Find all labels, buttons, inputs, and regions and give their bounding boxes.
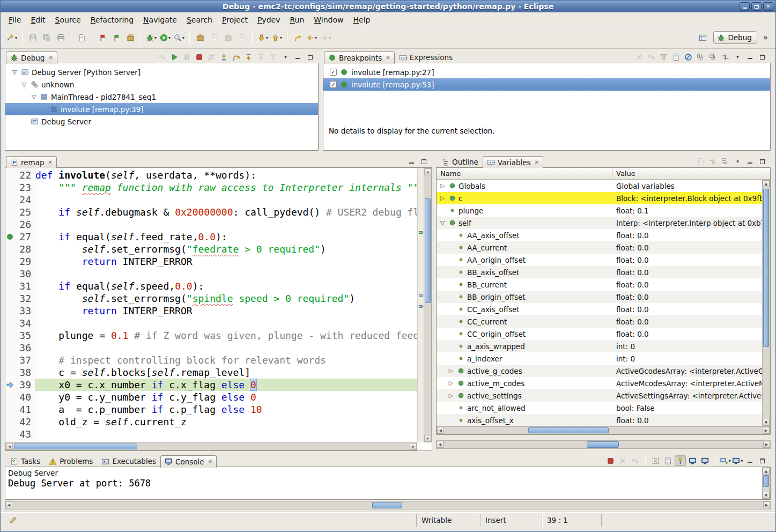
show-logical-structure-button[interactable] xyxy=(707,156,719,167)
suspend-button[interactable] xyxy=(181,51,193,62)
remove-all-launches-button[interactable] xyxy=(630,455,641,466)
profile-button[interactable] xyxy=(109,31,123,45)
code-area[interactable]: def involute(self, userdata, **words): "… xyxy=(35,168,417,442)
disconnect-button[interactable] xyxy=(206,51,217,62)
code-line[interactable]: if equal(self.feed_rate,0.0): xyxy=(35,231,417,243)
variable-row[interactable]: ▷active_settingsActiveSettingsArray: <in… xyxy=(437,389,770,402)
dropdown-arrow-icon[interactable]: ▾ xyxy=(329,35,331,40)
view-menu-button[interactable]: ▾ xyxy=(280,51,291,62)
code-line[interactable]: """ remap function with raw access to In… xyxy=(35,181,417,194)
menu-pydev[interactable]: Pydev xyxy=(253,14,285,26)
code-line[interactable] xyxy=(35,428,417,440)
menu-window[interactable]: Window xyxy=(309,14,348,26)
variable-row[interactable]: axis_offset_xfloat: 0.0 xyxy=(437,414,770,426)
expander-icon[interactable]: ▷ xyxy=(447,367,455,374)
open-type-button[interactable] xyxy=(235,31,249,45)
menu-source[interactable]: Source xyxy=(50,14,86,26)
tab-outline[interactable]: Outline xyxy=(437,156,483,168)
console-output-area[interactable]: Debug Server Debug Server at port: 5678 … xyxy=(5,467,771,500)
scroll-up-icon[interactable]: ▲ xyxy=(763,180,770,187)
overview-mark[interactable] xyxy=(419,231,423,234)
scroll-right-icon[interactable]: ▶ xyxy=(763,441,770,448)
open-perspective-button[interactable] xyxy=(696,31,710,45)
variable-row[interactable]: ▷GlobalsGlobal variables xyxy=(437,180,770,192)
new-source-folder-button[interactable] xyxy=(207,31,221,45)
variable-row[interactable]: a_indexerint: 0 xyxy=(437,352,770,365)
code-line[interactable]: y0 = c.y_number if c.y_flag else 0 xyxy=(35,391,417,403)
column-value[interactable]: Value xyxy=(612,168,770,179)
variable-row[interactable]: AA_axis_offsetfloat: 0.0 xyxy=(437,229,770,241)
new-project-button[interactable] xyxy=(221,31,235,45)
maximize-view-button[interactable] xyxy=(418,156,430,167)
variable-row[interactable]: AA_origin_offsetfloat: 0.0 xyxy=(437,254,770,266)
coverage-button[interactable] xyxy=(123,31,137,45)
scroll-right-icon[interactable]: ▶ xyxy=(763,427,770,434)
variable-row[interactable]: arc_not_allowedbool: False xyxy=(437,402,770,414)
expander-icon[interactable]: ▽ xyxy=(11,69,18,76)
previous-annotation-button[interactable]: ▾ xyxy=(270,31,284,45)
code-line[interactable]: self.set_errormsg("spindle speed > 0 req… xyxy=(35,292,417,305)
code-line[interactable]: old_z = self.current_z xyxy=(35,416,417,428)
new-pydev-module-button[interactable] xyxy=(75,31,88,45)
expander-icon[interactable]: ▷ xyxy=(439,182,446,189)
scroll-right-icon[interactable]: ▶ xyxy=(763,501,770,508)
debug-tree-item[interactable]: Debug Server xyxy=(5,115,318,128)
tab-tasks[interactable]: Tasks xyxy=(6,455,45,467)
toolbar-overflow-chevron[interactable]: » xyxy=(761,33,770,42)
run-last-launched-button[interactable] xyxy=(95,31,109,45)
code-line[interactable]: plunge = 0.1 # if Z word was given, plun… xyxy=(35,329,417,342)
variables-horizontal-scrollbar[interactable]: ◀ ▶ xyxy=(437,426,770,434)
dropdown-arrow-icon[interactable]: ▾ xyxy=(728,459,730,463)
code-line[interactable] xyxy=(35,268,417,280)
run-button[interactable]: ▾ xyxy=(158,31,172,45)
variable-row[interactable]: plungefloat: 0.1 xyxy=(437,204,770,217)
close-icon[interactable]: ✕ xyxy=(208,459,212,464)
clear-console-button[interactable] xyxy=(650,455,661,466)
close-icon[interactable]: ✕ xyxy=(386,55,390,61)
save-button[interactable] xyxy=(26,31,40,45)
remove-all-button[interactable] xyxy=(646,51,657,62)
scroll-left-icon[interactable]: ◀ xyxy=(437,441,444,448)
scroll-left-icon[interactable]: ◀ xyxy=(6,443,13,450)
breakpoint-checkbox[interactable]: ✓ xyxy=(330,81,337,88)
menu-project[interactable]: Project xyxy=(217,14,253,26)
variables-table-header[interactable]: Name Value xyxy=(437,168,770,180)
code-line[interactable]: # inspect controlling block for relevant… xyxy=(35,354,417,366)
variable-row[interactable]: CC_origin_offsetfloat: 0.0 xyxy=(437,328,770,340)
code-line[interactable]: a = c.p_number if c.p_flag else 10 xyxy=(35,403,417,416)
overview-ruler[interactable] xyxy=(417,168,424,442)
minimize-view-button[interactable] xyxy=(744,455,756,466)
variable-row[interactable]: ▷cBlock: <interpreter.Block object at 0x… xyxy=(437,192,770,204)
back-button[interactable]: ▾ xyxy=(305,31,319,45)
maximize-button[interactable] xyxy=(751,2,762,11)
step-into-button[interactable] xyxy=(218,51,230,62)
minimize-button[interactable] xyxy=(740,2,750,11)
close-icon[interactable]: ✕ xyxy=(535,159,539,165)
breakpoint-checkbox[interactable]: ✓ xyxy=(330,69,337,76)
menu-navigate[interactable]: Navigate xyxy=(138,14,182,26)
scroll-up-icon[interactable]: ▲ xyxy=(424,168,431,175)
variable-row[interactable]: a_axis_wrappedint: 0 xyxy=(437,340,770,352)
collapse-all-button[interactable] xyxy=(720,156,731,167)
code-line[interactable]: return INTERP_ERROR xyxy=(35,255,417,268)
column-name[interactable]: Name xyxy=(437,168,612,179)
breakpoint-row[interactable]: ✓involute [remap.py:27] xyxy=(323,66,770,78)
scrollbar-thumb[interactable] xyxy=(425,198,431,303)
scrollbar-thumb[interactable] xyxy=(528,427,609,433)
code-line[interactable]: def involute(self, userdata, **words): xyxy=(35,169,417,181)
last-edit-location-button[interactable] xyxy=(291,31,305,45)
close-icon[interactable]: ✕ xyxy=(48,55,53,61)
overview-mark[interactable] xyxy=(419,294,423,297)
code-editor[interactable]: 2223242526272829303132333435363738394041… xyxy=(5,167,432,451)
variable-row[interactable]: BB_currentfloat: 0.0 xyxy=(437,278,770,291)
editor-breakpoint-icon[interactable] xyxy=(6,233,14,241)
show-on-stderr-button[interactable] xyxy=(699,455,711,466)
search-button[interactable]: ▾ xyxy=(172,31,186,45)
variable-row[interactable]: ▽selfInterp: <interpreter.Interp object … xyxy=(437,217,770,229)
code-line[interactable]: self.set_errormsg("feedrate > 0 required… xyxy=(35,243,417,255)
expander-icon[interactable]: ▽ xyxy=(439,219,446,226)
scroll-down-icon[interactable]: ▼ xyxy=(424,435,431,442)
new-module-button[interactable] xyxy=(193,31,207,45)
expander-icon[interactable]: ▷ xyxy=(447,380,455,387)
expander-icon[interactable]: ▷ xyxy=(447,392,455,399)
